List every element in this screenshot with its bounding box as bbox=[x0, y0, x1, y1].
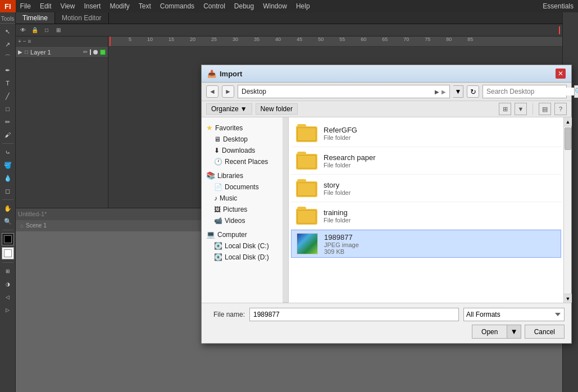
layer-options-icon[interactable]: ≡ bbox=[28, 38, 31, 44]
dialog-close-button[interactable]: ✕ bbox=[556, 69, 566, 79]
tool-snap[interactable]: ⊞ bbox=[2, 265, 14, 277]
nav-videos[interactable]: 📹 Videos bbox=[202, 215, 283, 226]
tab-timeline[interactable]: Timeline bbox=[16, 12, 55, 24]
nav-recent-places[interactable]: 🕐 Recent Places bbox=[202, 156, 283, 167]
tool-extra2[interactable]: ◁ bbox=[2, 291, 14, 303]
menu-modify[interactable]: Modify bbox=[105, 1, 134, 11]
folder-icon-research bbox=[295, 149, 318, 172]
tool-extra3[interactable]: ▷ bbox=[2, 304, 14, 316]
recent-places-label: Recent Places bbox=[225, 158, 268, 166]
filename-row: File name: All Formats All Image Formats… bbox=[208, 308, 565, 321]
nav-downloads[interactable]: ⬇ Downloads bbox=[202, 145, 283, 156]
tool-freeform[interactable]: ⤿ bbox=[2, 146, 14, 158]
document-title[interactable]: Untitled-1* bbox=[18, 211, 47, 217]
tool-select[interactable]: ↖ bbox=[2, 25, 14, 38]
local-disk-d-icon: 💽 bbox=[214, 253, 222, 261]
file-info-training: training File folder bbox=[324, 208, 557, 224]
tl-lock-btn[interactable]: 🔒 bbox=[30, 25, 40, 35]
search-icon-button[interactable]: 🔍 bbox=[574, 85, 578, 98]
search-input[interactable] bbox=[483, 88, 574, 95]
folder-icon-refergfg bbox=[295, 122, 318, 144]
open-arrow-button[interactable]: ▼ bbox=[507, 325, 521, 339]
favorites-star-icon: ★ bbox=[206, 124, 213, 132]
new-folder-button[interactable]: New folder bbox=[256, 103, 298, 115]
file-scrollbar[interactable]: ▲ ▼ bbox=[563, 117, 571, 303]
add-layer-icon[interactable]: + bbox=[18, 38, 21, 44]
nav-pictures[interactable]: 🖼 Pictures bbox=[202, 204, 283, 215]
libraries-header[interactable]: 📚 Libraries bbox=[202, 170, 283, 181]
file-item-training[interactable]: training File folder bbox=[291, 202, 561, 230]
stroke-color[interactable] bbox=[2, 233, 14, 245]
menu-insert[interactable]: Insert bbox=[79, 1, 105, 11]
favorites-header[interactable]: ★ Favorites bbox=[202, 122, 283, 134]
tool-hand[interactable]: ✋ bbox=[2, 202, 14, 215]
file-item-research[interactable]: Research paper File folder bbox=[291, 147, 561, 175]
tool-lasso[interactable]: ⌒ bbox=[2, 51, 14, 63]
tool-paint[interactable]: 🪣 bbox=[2, 159, 14, 171]
nav-music[interactable]: ♪ Music bbox=[202, 193, 283, 204]
file-item-refergfg[interactable]: ReferGFG File folder bbox=[291, 120, 561, 147]
scene-label[interactable]: Scene 1 bbox=[26, 222, 47, 229]
filename-input[interactable] bbox=[249, 308, 459, 321]
tool-pencil[interactable]: ✏ bbox=[2, 116, 14, 128]
address-bar[interactable]: Desktop ▶ ▶ bbox=[238, 85, 450, 98]
nav-scroll-track[interactable] bbox=[283, 117, 288, 303]
pane-button[interactable]: ▤ bbox=[539, 103, 551, 115]
computer-header[interactable]: 💻 Computer bbox=[202, 229, 283, 240]
layer-edit-icon[interactable]: ✏ bbox=[83, 49, 88, 55]
tool-eraser[interactable]: ◻ bbox=[2, 185, 14, 197]
file-item-1989877[interactable]: 1989877 JPEG image 309 KB bbox=[291, 230, 561, 258]
refresh-button[interactable]: ↻ bbox=[467, 85, 479, 98]
tool-brush[interactable]: 🖌 bbox=[2, 129, 14, 141]
address-dropdown-btn[interactable]: ▼ bbox=[453, 85, 463, 98]
menu-window[interactable]: Window bbox=[258, 1, 292, 11]
menu-control[interactable]: Control bbox=[199, 1, 230, 11]
view-mode-button[interactable]: ⊞ bbox=[499, 103, 511, 115]
menu-text[interactable]: Text bbox=[134, 1, 156, 11]
help-button[interactable]: ? bbox=[554, 103, 567, 115]
local-disk-c-icon: 💽 bbox=[214, 242, 222, 250]
file-type-training: File folder bbox=[324, 217, 557, 224]
tool-line[interactable]: ╱ bbox=[2, 90, 14, 102]
tool-rect[interactable]: □ bbox=[2, 103, 14, 115]
nav-panel: ★ Favorites 🖥 Desktop ⬇ Downloads 🕐 Rece… bbox=[202, 117, 283, 303]
tool-subselect[interactable]: ↗ bbox=[2, 38, 14, 51]
nav-local-d[interactable]: 💽 Local Disk (D:) bbox=[202, 252, 283, 263]
scroll-up-button[interactable]: ▲ bbox=[564, 117, 572, 126]
tool-zoom[interactable]: 🔍 bbox=[2, 215, 14, 227]
music-label: Music bbox=[220, 194, 237, 202]
menu-view[interactable]: View bbox=[56, 1, 80, 11]
menu-file[interactable]: File bbox=[16, 1, 35, 11]
format-select[interactable]: All Formats All Image Formats JPEG PNG G… bbox=[463, 308, 565, 321]
file-area[interactable]: ReferGFG File folder Re bbox=[289, 117, 563, 303]
nav-local-c[interactable]: 💽 Local Disk (C:) bbox=[202, 240, 283, 252]
scroll-down-button[interactable]: ▼ bbox=[564, 294, 572, 303]
menu-edit[interactable]: Edit bbox=[35, 1, 56, 11]
tab-motion-editor[interactable]: Motion Editor bbox=[55, 12, 109, 24]
menu-commands[interactable]: Commands bbox=[156, 1, 199, 11]
file-item-story[interactable]: story File folder bbox=[291, 175, 561, 202]
tl-eye-btn[interactable]: 👁 bbox=[18, 25, 28, 35]
open-button[interactable]: Open bbox=[472, 325, 507, 339]
jpeg-icon-1989877 bbox=[296, 233, 318, 255]
tool-extra1[interactable]: ◑ bbox=[2, 278, 14, 290]
cancel-button[interactable]: Cancel bbox=[525, 325, 565, 339]
local-disk-c-label: Local Disk (C:) bbox=[225, 242, 269, 250]
tl-grid-btn[interactable]: ⊞ bbox=[53, 25, 63, 35]
nav-documents[interactable]: 📄 Documents bbox=[202, 181, 283, 193]
fill-color[interactable] bbox=[2, 247, 14, 259]
back-button[interactable]: ◄ bbox=[206, 85, 219, 98]
view-dropdown-button[interactable]: ▼ bbox=[515, 103, 527, 115]
scroll-thumb[interactable] bbox=[565, 127, 571, 150]
nav-desktop[interactable]: 🖥 Desktop bbox=[202, 134, 283, 145]
tool-pen[interactable]: ✒ bbox=[2, 64, 14, 76]
menu-debug[interactable]: Debug bbox=[230, 1, 258, 11]
forward-button[interactable]: ► bbox=[222, 85, 234, 98]
tl-box-btn[interactable]: □ bbox=[42, 25, 52, 35]
tool-text[interactable]: T bbox=[2, 77, 14, 89]
layer-name[interactable]: Layer 1 bbox=[30, 49, 81, 56]
tool-eyedropper[interactable]: 💧 bbox=[2, 172, 14, 184]
organize-button[interactable]: Organize ▼ bbox=[206, 103, 252, 115]
menu-help[interactable]: Help bbox=[292, 1, 315, 11]
delete-layer-icon[interactable]: − bbox=[23, 38, 26, 44]
